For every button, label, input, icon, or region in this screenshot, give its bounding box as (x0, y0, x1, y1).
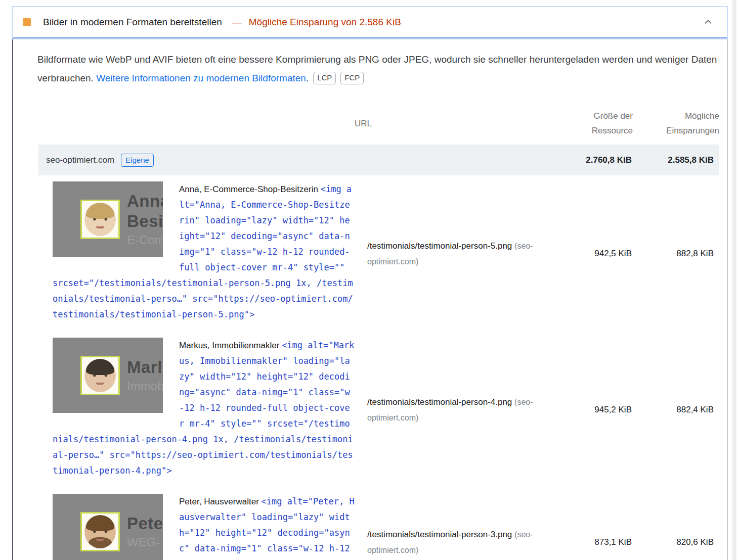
scrollbar-track[interactable] (732, 0, 736, 560)
audit-card: Bilder in modernen Formaten bereitstelle… (12, 7, 727, 560)
face-illustration (84, 203, 116, 236)
thumbnail-caption-text: PeteWEG- (127, 513, 163, 550)
audit-title: Bilder in modernen Formaten bereitstelle… (43, 17, 222, 28)
thumbnail-caption-text: AnnaBesitE-Com (127, 191, 163, 248)
thumbnail-caption-line: Pete (127, 513, 163, 533)
potential-savings-value: 882,4 KiB (633, 332, 719, 488)
eyes-shape (84, 374, 116, 378)
mouth-shape (96, 226, 104, 228)
table-row: AnnaBesitE-Com Anna, E-Commerce-Shop-Bes… (38, 175, 719, 332)
url-cell: /testimonials/testimonial-person-3.png (… (355, 488, 552, 560)
thumbnail-caption-line: Besit (127, 211, 163, 231)
image-alt-title: Anna, E-Commerce-Shop-Besitzerin (179, 184, 318, 194)
image-thumbnail: PeteWEG- (53, 494, 163, 560)
chevron-up-icon[interactable] (703, 17, 714, 28)
hair-shape (86, 203, 114, 219)
hair-shape (86, 515, 114, 531)
image-alt-title: Markus, Immobilienmakler (179, 341, 279, 350)
url-path: /testimonials/testimonial-person-4.png (367, 397, 512, 407)
resource-size-value: 873,1 KiB (552, 488, 633, 560)
thumbnail-caption-line: WEG- (127, 533, 163, 550)
preview-cell: MarlImmob Markus, Immobilienmakler <img … (38, 332, 355, 488)
origin-group-row: seo-optimiert.comEigene 2.760,8 KiB 2.58… (38, 145, 719, 176)
avatar-photo-box (80, 512, 120, 551)
origin-savings-value: 2.585,8 KiB (633, 145, 719, 176)
resource-size-value: 942,5 KiB (552, 175, 633, 332)
column-header-preview (38, 100, 355, 145)
column-header-savings: Mögliche Einsparungen (633, 100, 719, 145)
table-row: PeteWEG- Peter, Hausverwalter <img alt="… (38, 488, 719, 560)
table-row: MarlImmob Markus, Immobilienmakler <img … (38, 332, 719, 488)
thumbnail-caption-line: Anna (127, 191, 163, 211)
preview-cell: AnnaBesitE-Com Anna, E-Commerce-Shop-Bes… (38, 175, 355, 332)
face-illustration (84, 515, 116, 548)
thumbnail-caption-line: E-Com (127, 231, 163, 248)
hair-shape (86, 359, 114, 375)
origin-domain: seo-optimiert.com (46, 155, 114, 165)
potential-savings-value: 820,6 KiB (633, 488, 719, 560)
column-header-url: URL (355, 100, 552, 145)
avatar-photo-box (80, 200, 120, 239)
origin-label-cell: seo-optimiert.comEigene (38, 145, 552, 176)
savings-value: Mögliche Einsparung von 2.586 KiB (249, 17, 401, 27)
metric-chip-lcp[interactable]: LCP (313, 72, 336, 84)
audit-body: Bildformate wie WebP und AVIF bieten oft… (13, 38, 727, 560)
thumbnail-caption-line: Marl (127, 357, 163, 377)
avatar-photo-box (80, 356, 120, 395)
potential-savings-value: 882,8 KiB (633, 175, 719, 332)
severity-square-icon (23, 18, 31, 26)
table-header-row: URL Größe der Ressource Mögliche Einspar… (38, 100, 719, 145)
origin-size-value: 2.760,8 KiB (552, 145, 633, 176)
image-alt-title: Peter, Hausverwalter (179, 497, 259, 506)
eyes-shape (84, 530, 116, 534)
image-thumbnail: AnnaBesitE-Com (53, 181, 163, 257)
eyes-shape (84, 217, 116, 221)
description-period: . (306, 73, 309, 83)
audit-savings-text: —Mögliche Einsparung von 2.586 KiB (232, 17, 401, 28)
column-header-size: Größe der Ressource (552, 100, 633, 145)
audit-table: URL Größe der Ressource Mögliche Einspar… (38, 100, 719, 560)
preview-cell: PeteWEG- Peter, Hausverwalter <img alt="… (38, 488, 355, 560)
origin-chip-eigene: Eigene (121, 154, 154, 167)
url-cell: /testimonials/testimonial-person-5.png (… (355, 175, 552, 332)
url-path: /testimonials/testimonial-person-5.png (367, 241, 512, 251)
mouth-shape (96, 383, 104, 385)
audit-description: Bildformate wie WebP und AVIF bieten oft… (37, 51, 720, 87)
dash-separator: — (232, 17, 242, 27)
learn-more-link[interactable]: Weitere Informationen zu modernen Bildfo… (96, 73, 306, 83)
thumbnail-caption-line: Immob (127, 377, 163, 394)
thumbnail-caption-text: MarlImmob (127, 357, 163, 394)
url-path: /testimonials/testimonial-person-3.png (367, 530, 512, 539)
audit-header-toggle[interactable]: Bilder in modernen Formaten bereitstelle… (13, 7, 727, 38)
face-illustration (84, 359, 116, 392)
metric-chip-fcp[interactable]: FCP (340, 72, 364, 84)
url-cell: /testimonials/testimonial-person-4.png (… (355, 332, 552, 488)
image-thumbnail: MarlImmob (53, 338, 163, 413)
mouth-shape (96, 539, 104, 541)
resource-size-value: 945,2 KiB (552, 332, 633, 488)
